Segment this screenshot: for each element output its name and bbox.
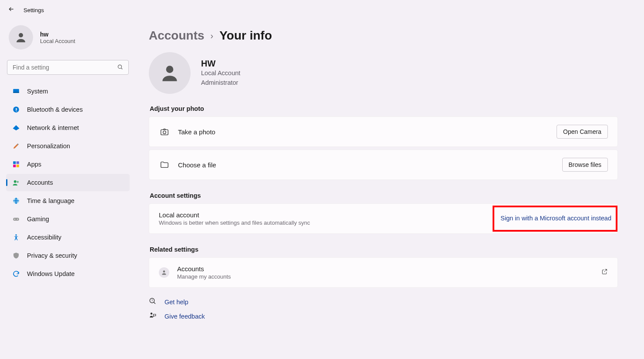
give-feedback-link[interactable]: Give feedback	[149, 312, 618, 321]
svg-rect-7	[13, 165, 16, 167]
card-local-account: Local account Windows is better when set…	[149, 203, 618, 234]
browse-files-button[interactable]: Browse files	[562, 158, 608, 172]
profile-summary: HW Local Account Administrator	[149, 52, 618, 94]
link-label: Give feedback	[164, 313, 205, 320]
feedback-icon	[149, 312, 157, 321]
svg-point-9	[14, 180, 17, 183]
svg-point-19	[163, 270, 165, 273]
sidebar-item-label: System	[27, 88, 48, 95]
avatar-icon	[9, 25, 33, 50]
back-button[interactable]	[8, 6, 15, 14]
svg-rect-6	[17, 161, 19, 164]
svg-point-0	[19, 33, 23, 37]
svg-point-16	[166, 66, 174, 73]
svg-text:?: ?	[151, 299, 153, 302]
avatar-large-icon	[149, 52, 191, 94]
paintbrush-icon	[12, 142, 20, 150]
svg-point-1	[118, 65, 121, 68]
link-label: Get help	[164, 299, 188, 306]
svg-point-15	[15, 234, 17, 236]
help-icon: ?	[149, 297, 157, 306]
section-heading-related: Related settings	[150, 246, 618, 253]
sidebar-item-label: Time & language	[27, 197, 74, 204]
card-subtitle: Manage my accounts	[177, 273, 601, 280]
accounts-icon	[12, 179, 20, 186]
sidebar-item-windows-update[interactable]: Windows Update	[6, 265, 130, 283]
sidebar-item-label: Windows Update	[27, 270, 75, 277]
sidebar-item-label: Privacy & security	[27, 252, 77, 259]
sidebar-item-apps[interactable]: Apps	[6, 156, 130, 173]
search-icon	[117, 64, 123, 71]
breadcrumb-parent[interactable]: Accounts	[149, 29, 205, 43]
wifi-icon	[12, 124, 20, 132]
sidebar-profile-name: hw	[40, 31, 75, 38]
sidebar-item-accounts[interactable]: Accounts	[6, 174, 130, 191]
card-take-photo: Take a photo Open Camera	[149, 116, 618, 147]
sidebar-item-bluetooth[interactable]: Bluetooth & devices	[6, 101, 130, 118]
svg-point-22	[151, 312, 153, 315]
bluetooth-icon	[12, 106, 20, 113]
shield-icon	[12, 252, 20, 259]
footer-links: ? Get help Give feedback	[149, 297, 618, 321]
card-subtitle: Windows is better when settings and file…	[159, 219, 493, 226]
system-icon	[12, 87, 20, 95]
card-related-accounts[interactable]: Accounts Manage my accounts	[149, 257, 618, 288]
card-title: Accounts	[177, 265, 601, 273]
breadcrumb: Accounts › Your info	[149, 29, 618, 43]
sidebar-item-personalization[interactable]: Personalization	[6, 137, 130, 155]
sidebar-item-label: Bluetooth & devices	[27, 106, 83, 113]
svg-point-18	[163, 131, 166, 133]
sign-in-microsoft-link[interactable]: Sign in with a Microsoft account instead	[500, 215, 611, 222]
search-input[interactable]	[7, 64, 128, 71]
camera-icon	[159, 127, 170, 136]
svg-rect-8	[17, 165, 19, 167]
sidebar-item-label: Accessibility	[27, 234, 61, 241]
svg-point-10	[17, 181, 19, 183]
gamepad-icon	[12, 215, 20, 223]
person-icon	[159, 267, 169, 278]
sidebar-profile-sub: Local Account	[40, 38, 75, 44]
svg-rect-12	[13, 218, 19, 221]
section-heading-photo: Adjust your photo	[150, 105, 618, 112]
open-camera-button[interactable]: Open Camera	[557, 125, 608, 139]
card-choose-file: Choose a file Browse files	[149, 150, 618, 180]
update-icon	[12, 270, 20, 278]
folder-icon	[159, 160, 170, 170]
main-content: Accounts › Your info HW Local Account Ad…	[136, 20, 644, 359]
sidebar-item-label: Apps	[27, 161, 41, 168]
sidebar-item-label: Gaming	[27, 216, 49, 223]
sidebar-item-time-language[interactable]: Time & language	[6, 192, 130, 209]
profile-name: HW	[201, 59, 240, 69]
page-title: Your info	[219, 29, 272, 43]
svg-rect-5	[13, 161, 16, 164]
accessibility-icon	[12, 233, 20, 241]
sidebar-item-label: Accounts	[27, 179, 53, 186]
card-title: Choose a file	[178, 161, 562, 169]
sidebar-item-gaming[interactable]: Gaming	[6, 210, 130, 228]
external-link-icon	[601, 268, 608, 277]
card-title: Take a photo	[178, 128, 557, 136]
svg-rect-17	[161, 130, 168, 135]
sidebar-nav: System Bluetooth & devices Network & int…	[6, 83, 130, 283]
svg-rect-3	[13, 92, 19, 93]
card-title: Local account	[159, 211, 493, 219]
window-title: Settings	[23, 7, 44, 13]
profile-line1: Local Account	[201, 69, 240, 78]
sidebar-item-accessibility[interactable]: Accessibility	[6, 229, 130, 246]
sidebar-profile[interactable]: hw Local Account	[6, 23, 130, 57]
section-heading-account: Account settings	[150, 192, 618, 199]
get-help-link[interactable]: ? Get help	[149, 297, 618, 306]
sidebar-item-label: Personalization	[27, 143, 70, 150]
highlighted-region: Sign in with a Microsoft account instead	[493, 206, 617, 232]
apps-icon	[12, 160, 20, 168]
svg-point-13	[14, 219, 15, 219]
sidebar-item-privacy[interactable]: Privacy & security	[6, 247, 130, 264]
sidebar-item-network[interactable]: Network & internet	[6, 119, 130, 136]
search-input-wrapper[interactable]	[7, 60, 129, 75]
svg-point-14	[17, 219, 18, 219]
sidebar-item-label: Network & internet	[27, 124, 79, 131]
sidebar: hw Local Account System Bluetooth & devi…	[0, 20, 136, 359]
profile-line2: Administrator	[201, 78, 240, 88]
chevron-right-icon: ›	[211, 31, 214, 41]
sidebar-item-system[interactable]: System	[6, 83, 130, 100]
